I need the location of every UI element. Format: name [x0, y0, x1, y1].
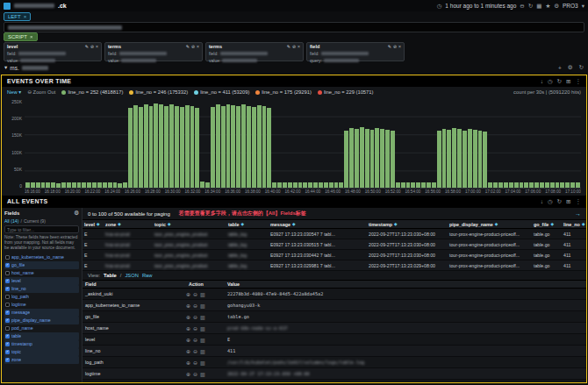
disable-icon[interactable]: ⊘ [90, 44, 94, 49]
filter-for-value-icon[interactable]: ⊕ [186, 360, 190, 366]
field-toggle[interactable]: ✓ zone [4, 356, 79, 364]
field-checkbox[interactable] [5, 303, 10, 307]
toggle-column-icon[interactable]: ▥ [200, 325, 205, 332]
filter-for-value-icon[interactable]: ⊕ [186, 325, 190, 332]
gear-icon[interactable]: ⚙ [554, 3, 559, 10]
chevron-down-icon[interactable]: ▾ [4, 64, 7, 71]
clock-icon[interactable]: ◷ [548, 198, 553, 205]
download-icon[interactable]: ↓ [541, 78, 543, 84]
refresh-icon[interactable]: ↻ [528, 3, 533, 10]
column-header[interactable]: message ◆ [269, 222, 367, 227]
view-tab-table[interactable]: Table [104, 273, 117, 278]
toggle-column-icon[interactable]: ▥ [200, 291, 205, 297]
refresh-icon[interactable]: ↻ [557, 198, 562, 205]
star-icon[interactable]: ★ [545, 3, 550, 10]
field-toggle[interactable]: logtime [4, 301, 79, 309]
field-toggle[interactable]: ✓ go_file [4, 261, 79, 269]
disable-icon[interactable]: ⊘ [191, 44, 195, 49]
field-checkbox[interactable]: ✓ [5, 279, 10, 283]
disable-icon[interactable]: ⊘ [393, 44, 397, 49]
field-toggle[interactable]: ✓ topic [4, 348, 79, 356]
event-row[interactable]: E hna-sz-prod tour_prox_engine_product t… [82, 239, 586, 250]
apps-grid-icon[interactable]: ▦ [536, 3, 541, 10]
field-checkbox[interactable] [5, 295, 10, 299]
field-filter-input[interactable] [4, 225, 79, 233]
tab-current-fields[interactable]: Current (9) [24, 218, 46, 224]
zoom-out-link[interactable]: ⊖ Zoom Out [27, 89, 55, 95]
sort-icon[interactable]: ◆ [292, 222, 295, 226]
refresh-icon[interactable]: ↻ [557, 78, 562, 85]
field-checkbox[interactable]: ✓ [5, 318, 10, 323]
filter-out-value-icon[interactable]: ⊖ [193, 314, 197, 320]
close-icon[interactable]: × [398, 44, 401, 49]
toggle-column-icon[interactable]: ▥ [200, 337, 205, 343]
filter-out-value-icon[interactable]: ⊖ [193, 371, 197, 377]
events-over-time-header[interactable]: EVENTS OVER TIME ↓ ◷ ↻ ⊞ ⋮ [2, 75, 586, 87]
sort-icon[interactable]: ◆ [394, 222, 397, 226]
filter-out-value-icon[interactable]: ⊖ [193, 348, 197, 354]
field-toggle[interactable]: log_path [4, 293, 79, 301]
legend-item[interactable]: line_no = 411 (53209) [194, 89, 249, 95]
column-header[interactable]: zone ◆ [104, 222, 153, 227]
close-icon[interactable]: × [30, 34, 33, 39]
toggle-column-icon[interactable]: ▥ [200, 360, 205, 366]
edit-icon[interactable]: ✎ [388, 44, 391, 49]
column-header[interactable]: pipe_display_name ◆ [448, 222, 532, 227]
sort-icon[interactable]: ◆ [495, 222, 498, 226]
legend-item[interactable]: line_no = 252 (4818817) [61, 89, 123, 95]
filter-for-value-icon[interactable]: ⊕ [186, 371, 190, 377]
script-tag[interactable]: SCRIPT × [4, 32, 38, 41]
column-header[interactable]: timestamp ◆ [367, 222, 448, 227]
sort-icon[interactable]: ◆ [241, 222, 244, 226]
field-toggle[interactable]: ✓ timestamp [4, 340, 79, 348]
event-row[interactable]: E hna-sz-prod tour_prox_engine_product t… [82, 260, 586, 271]
field-checkbox[interactable] [5, 271, 10, 275]
gear-icon[interactable]: ⚙ [568, 64, 573, 71]
field-toggle[interactable]: ✓ level [4, 277, 79, 285]
sort-icon[interactable]: ◆ [118, 222, 120, 226]
column-header[interactable]: table ◆ [226, 222, 269, 227]
add-panel-icon[interactable]: + [558, 65, 562, 71]
menu-icon[interactable]: ⋮ [576, 78, 582, 85]
sort-icon[interactable]: ◆ [97, 222, 99, 226]
field-toggle[interactable]: ✓ message [4, 309, 79, 317]
close-icon[interactable]: × [298, 44, 300, 49]
disable-icon[interactable]: ⊘ [292, 44, 296, 49]
env-label[interactable]: PRO3 [563, 3, 578, 9]
field-toggle[interactable]: app_kubernetes_io_name [4, 253, 79, 261]
view-tab-raw[interactable]: Raw [142, 273, 153, 278]
event-row[interactable]: E hna-sz-prod tour_prox_engine_product t… [82, 229, 586, 239]
refresh-icon[interactable]: ↻ [579, 64, 584, 71]
filter-out-value-icon[interactable]: ⊖ [193, 291, 197, 297]
field-checkbox[interactable] [5, 255, 10, 260]
gear-icon[interactable]: ⚙ [74, 210, 79, 217]
filter-for-value-icon[interactable]: ⊕ [186, 291, 190, 297]
all-events-header[interactable]: ALL EVENTS ↓ ◷ ↻ ⊞ ⋮ [2, 196, 586, 207]
filter-card[interactable]: terms ✎ ⊘ × field: value: [205, 42, 304, 61]
expand-icon[interactable]: ⊞ [566, 78, 570, 85]
column-header[interactable]: level ◆ [82, 222, 104, 227]
sort-icon[interactable]: ◆ [168, 222, 170, 226]
close-icon[interactable]: × [197, 44, 199, 49]
legend-item[interactable]: line_no = 175 (29291) [255, 89, 312, 95]
toggle-column-icon[interactable]: ▥ [200, 348, 205, 354]
column-header[interactable]: topic ◆ [153, 222, 226, 227]
edit-icon[interactable]: ✎ [287, 44, 290, 49]
field-checkbox[interactable]: ✓ [5, 263, 10, 267]
field-toggle[interactable]: pod_name [4, 324, 79, 332]
filter-card[interactable]: field ✎ ⊘ × field: query: [306, 42, 405, 61]
expand-icon[interactable]: ⊞ [566, 198, 570, 205]
field-checkbox[interactable]: ✓ [5, 350, 10, 354]
download-icon[interactable]: ↓ [541, 198, 543, 204]
filter-for-value-icon[interactable]: ⊕ [186, 348, 190, 354]
field-toggle[interactable]: ✓ table [4, 332, 79, 340]
field-checkbox[interactable] [5, 326, 10, 331]
field-checkbox[interactable]: ✓ [5, 334, 10, 339]
filter-card[interactable]: level ✎ ⊘ × field: value: [4, 42, 102, 61]
query-tab[interactable]: LEFT × [4, 12, 31, 21]
query-input[interactable] [4, 22, 584, 32]
filter-out-value-icon[interactable]: ⊖ [193, 337, 197, 343]
filter-for-value-icon[interactable]: ⊕ [186, 314, 190, 320]
dashboard-row-header[interactable]: ▾ ms. + ⚙ ↻ [0, 61, 588, 74]
filter-out-value-icon[interactable]: ⊖ [193, 303, 197, 309]
